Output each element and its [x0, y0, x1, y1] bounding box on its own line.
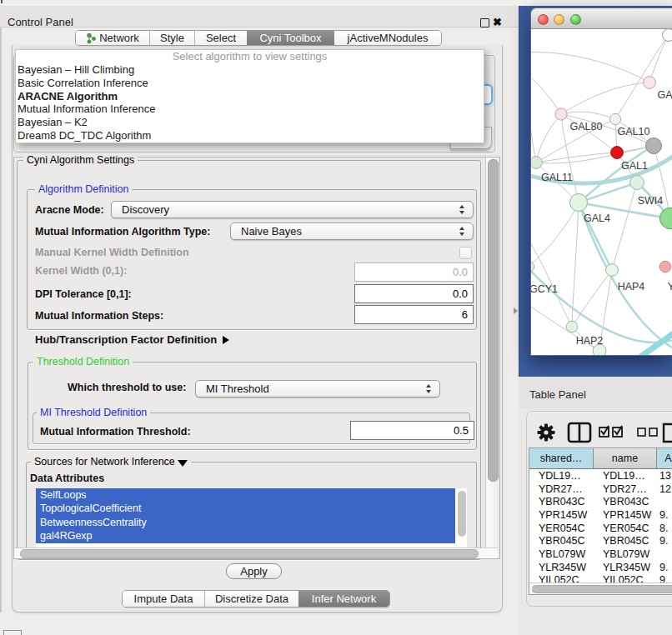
network-node[interactable]	[611, 147, 624, 159]
kernel-width-label: Kernel Width (0,1):	[35, 265, 127, 277]
network-node[interactable]	[531, 261, 534, 272]
minimize-traffic-light-icon[interactable]	[554, 14, 564, 25]
mi-threshold-field[interactable]: 0.5	[350, 421, 474, 440]
table-row[interactable]: YDR27…YDR27…12.	[529, 482, 672, 496]
table-cell: YER054C	[529, 522, 593, 534]
float-window-icon[interactable]	[480, 18, 489, 28]
network-node[interactable]	[659, 261, 671, 272]
manual-kernel-checkbox[interactable]	[459, 247, 472, 259]
mi-threshold-group-title: MI Threshold Definition	[37, 407, 150, 419]
table-row[interactable]: YDL19…YDL19…13.	[529, 469, 672, 482]
popup-placeholder: Select algorithm to view settings	[16, 50, 484, 63]
settings-vscrollbar-thumb[interactable]	[488, 159, 499, 482]
network-window-titlebar[interactable]	[531, 8, 672, 29]
attribute-item[interactable]: BetweennessCentrality	[36, 516, 455, 529]
dpi-tolerance-field[interactable]: 0.0	[354, 284, 474, 303]
gear-icon[interactable]	[538, 424, 555, 442]
algorithm-dropdown-popup: Select algorithm to view settingsBayesia…	[15, 49, 484, 143]
table-header-cell[interactable]: name	[594, 448, 657, 468]
network-node[interactable]	[609, 113, 620, 124]
mi-threshold-label: Mutual Information Threshold:	[40, 426, 191, 438]
network-node[interactable]	[570, 194, 588, 212]
close-traffic-light-icon[interactable]	[538, 14, 549, 25]
which-threshold-select[interactable]: MI Threshold	[195, 380, 440, 398]
tab-style[interactable]: Style	[149, 31, 194, 45]
kernel-width-field[interactable]: 0.0	[354, 262, 474, 282]
tab-impute-data[interactable]: Impute Data	[123, 591, 204, 607]
table-row[interactable]: YBR045CYBR045C9.	[529, 534, 672, 548]
table-row[interactable]: YLR345WYLR345W9.	[529, 561, 672, 574]
network-node[interactable]	[630, 176, 644, 190]
aracne-mode-label: Aracne Mode:	[35, 204, 104, 216]
popup-item[interactable]: Dream8 DC_TDC Algorithm	[16, 129, 484, 142]
table-cell: 9.	[655, 535, 672, 547]
mi-type-select[interactable]: Naive Bayes	[230, 222, 474, 240]
table-row[interactable]: YPR145WYPR145W9.	[529, 508, 672, 522]
table-panel-titlebar: Table Panel	[519, 377, 672, 408]
data-attributes-label: Data Attributes	[30, 472, 104, 484]
popup-item[interactable]: ARACNE Algorithm	[16, 90, 484, 103]
sources-group-title[interactable]: Sources for Network Inference	[31, 456, 191, 468]
close-icon[interactable]: ✖	[493, 16, 502, 28]
network-node[interactable]	[566, 321, 578, 332]
table-cell: 12.	[655, 483, 672, 495]
split-columns-icon[interactable]	[569, 423, 590, 442]
popup-item[interactable]: Basic Correlation Inference	[16, 77, 484, 90]
network-node-label: GAL1	[621, 160, 648, 172]
tab-infer-network[interactable]: Infer Network	[298, 591, 389, 607]
network-node[interactable]	[555, 108, 567, 120]
table-cell: YBL079W	[529, 548, 593, 560]
cyni-algorithm-settings-title: Cyni Algorithm Settings	[23, 154, 138, 167]
table-hscrollbar-thumb[interactable]	[532, 585, 672, 593]
bottom-left-button[interactable]	[3, 630, 22, 635]
hub-definition-toggle[interactable]: Hub/Transcription Factor Definition	[35, 333, 229, 346]
network-node[interactable]	[606, 264, 619, 277]
mi-steps-field[interactable]: 6	[354, 305, 474, 324]
table-cell: YBR045C	[593, 535, 655, 547]
unchecked-columns-icon[interactable]	[638, 428, 657, 436]
network-node[interactable]	[531, 157, 542, 169]
corner-tick	[1, 0, 3, 3]
bottom-tabs: Impute DataDiscretize DataInfer Network	[122, 590, 390, 608]
table-row[interactable]: YBL079WYBL079W	[529, 548, 672, 561]
table-row[interactable]: YER054CYER054C8.	[529, 522, 672, 535]
tab-select[interactable]: Select	[194, 31, 247, 45]
tab-network[interactable]: Network	[76, 31, 149, 45]
aracne-mode-select[interactable]: Discovery	[111, 201, 474, 218]
popup-item[interactable]: Bayesian – Hill Climbing	[16, 63, 484, 77]
attribute-item[interactable]: SelfLoops	[36, 488, 455, 502]
network-node[interactable]	[663, 29, 672, 42]
attributes-scrollbar-thumb[interactable]	[458, 491, 466, 537]
data-attributes-list: SelfLoopsTopologicalCoefficientBetweenne…	[36, 488, 467, 548]
screenshot-root: { "window": { "title": "Control Panel", …	[0, 0, 672, 635]
attribute-item[interactable]: gal4RGexp	[36, 529, 455, 542]
attribute-item[interactable]: TopologicalCoefficient	[36, 502, 455, 515]
table-cell: YDR27…	[529, 483, 593, 495]
table-row[interactable]: YBR043CYBR043C	[529, 495, 672, 508]
settings-hscrollbar-thumb[interactable]	[20, 549, 479, 558]
apply-button[interactable]: Apply	[226, 563, 282, 579]
network-node[interactable]	[644, 77, 656, 89]
tab-discretize-data[interactable]: Discretize Data	[204, 591, 298, 607]
tab-cyni-toolbox[interactable]: Cyni Toolbox	[247, 31, 334, 45]
popup-item[interactable]: Bayesian – K2	[16, 116, 484, 129]
tab-label: Network	[99, 32, 139, 44]
combo-value: MI Threshold	[196, 382, 269, 395]
network-edge	[536, 152, 617, 162]
network-node[interactable]	[659, 208, 672, 228]
tab-jactivemnodules[interactable]: jActiveMNodules	[334, 31, 441, 45]
table-header-cell[interactable]: A	[657, 448, 672, 468]
checked-columns-icon[interactable]	[599, 426, 622, 437]
network-node[interactable]	[646, 138, 662, 154]
zoom-traffic-light-icon[interactable]	[570, 14, 581, 25]
network-canvas[interactable]: GALGAL80GAL10GAL1GAL11SWI4GAL4GCY1HAP4YH…	[531, 29, 672, 355]
network-node-label: GAL	[657, 89, 672, 101]
divider-handle-icon[interactable]	[514, 308, 518, 314]
table-header-row: shared…nameA	[529, 448, 672, 469]
control-panel-title: Control Panel	[8, 16, 73, 28]
network-node-label: HAP2	[576, 335, 604, 347]
table-header-cell[interactable]: shared…	[529, 448, 594, 468]
expanded-arrow-icon	[178, 460, 188, 467]
document-icon[interactable]	[664, 424, 672, 442]
popup-item[interactable]: Mutual Information Inference	[16, 102, 484, 116]
